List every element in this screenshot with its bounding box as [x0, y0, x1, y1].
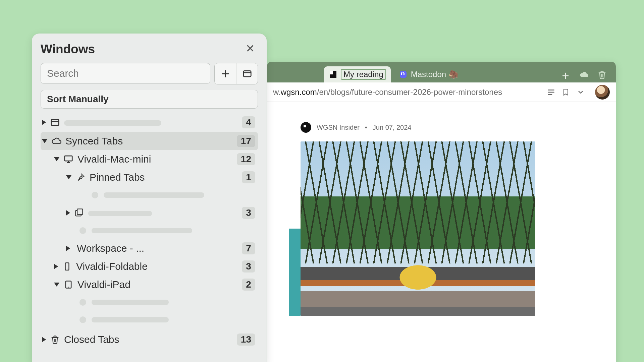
count-badge: 12	[237, 153, 255, 165]
tree-row-pinned-tabs[interactable]: Pinned Tabs 1	[41, 168, 258, 186]
tree-label: Vivaldi-iPad	[77, 279, 238, 290]
count-badge: 4	[242, 116, 255, 128]
byline-date: Jun 07, 2024	[373, 124, 412, 131]
url-domain: wgsn.com	[281, 87, 317, 97]
tree-row-tab[interactable]	[41, 311, 258, 328]
pin-icon	[75, 172, 86, 183]
chevron-down-icon[interactable]	[42, 139, 47, 143]
chevron-down-icon[interactable]	[54, 157, 59, 161]
window-icon	[49, 117, 61, 128]
tablet-icon	[63, 279, 74, 290]
chevron-right-icon[interactable]	[42, 337, 46, 342]
svg-rect-7	[51, 119, 59, 125]
search-input[interactable]	[41, 63, 210, 84]
svg-rect-9	[65, 156, 72, 161]
windows-tree: 4 Synced Tabs 17 Vivaldi-Mac-mini 12	[41, 113, 258, 349]
address-bar: w.wgsn.com/en/blogs/future-consumer-2026…	[267, 82, 616, 102]
chevron-down-icon[interactable]	[66, 175, 71, 179]
tab-title-placeholder	[104, 192, 204, 198]
svg-point-15	[68, 287, 69, 287]
new-window-button[interactable]	[236, 63, 258, 84]
phone-icon	[61, 261, 73, 272]
cloud-icon	[51, 135, 62, 147]
trash-icon[interactable]	[596, 69, 608, 80]
svg-rect-1	[330, 71, 333, 74]
count-badge: 13	[237, 334, 255, 346]
tree-label: Closed Tabs	[64, 334, 233, 345]
tree-row-tab-stack[interactable]: 3	[41, 204, 258, 222]
tab-label: Mastodon 🦣	[411, 70, 459, 79]
tree-label: Workspace - ...	[77, 243, 238, 254]
site-icon	[329, 70, 337, 79]
tab-title-placeholder	[92, 317, 169, 322]
favicon-placeholder	[92, 192, 98, 198]
byline-author: WGSN Insider	[317, 124, 360, 131]
tab-label: My reading	[341, 69, 386, 80]
page-content: WGSN Insider • Jun 07, 2024	[267, 102, 616, 362]
tree-row-tab[interactable]	[41, 186, 258, 204]
tree-label: Vivaldi-Foldable	[76, 261, 238, 272]
tree-row-closed-tabs[interactable]: Closed Tabs 13	[41, 330, 258, 349]
svg-rect-4	[304, 125, 306, 127]
accent-bar	[289, 229, 301, 316]
count-badge: 3	[242, 260, 255, 273]
plus-icon	[221, 69, 230, 78]
windows-panel: Windows Sort Manually 4	[32, 34, 267, 362]
count-badge: 7	[242, 242, 255, 254]
url-field[interactable]: w.wgsn.com/en/blogs/future-consumer-2026…	[273, 87, 541, 97]
favicon-placeholder	[79, 316, 86, 323]
close-button[interactable]	[243, 42, 258, 57]
window-icon	[242, 69, 252, 79]
url-prefix: w.	[273, 87, 281, 97]
browser-window: My reading Mastodon 🦣 w.wgsn.com/en/blog…	[267, 62, 616, 362]
tree-row-device-mac[interactable]: Vivaldi-Mac-mini 12	[41, 150, 258, 168]
hero-image-wrap	[301, 141, 582, 316]
tree-row-device-ipad[interactable]: Vivaldi-iPad 2	[41, 276, 258, 294]
tab-mastodon[interactable]: Mastodon 🦣	[394, 66, 463, 82]
tree-row-tab[interactable]	[41, 294, 258, 311]
url-path: /en/blogs/future-consumer-2026-power-min…	[317, 87, 502, 97]
publisher-icon	[301, 122, 311, 133]
tab-stack-icon	[73, 207, 85, 219]
tree-row-window[interactable]: 4	[41, 113, 258, 131]
tree-row-device-foldable[interactable]: Vivaldi-Foldable 3	[41, 257, 258, 276]
count-badge: 17	[237, 135, 255, 147]
tab-my-reading[interactable]: My reading	[324, 66, 391, 82]
tree-row-workspace[interactable]: Workspace - ... 7	[41, 239, 258, 257]
chevron-right-icon[interactable]	[66, 246, 70, 251]
sync-cloud-icon[interactable]	[578, 69, 590, 80]
chevron-right-icon[interactable]	[42, 120, 46, 125]
hero-image	[301, 141, 535, 316]
mastodon-icon	[399, 70, 408, 79]
sort-button[interactable]: Sort Manually	[41, 90, 258, 109]
favicon-placeholder	[79, 299, 86, 306]
favicon-placeholder	[79, 227, 86, 234]
panel-title: Windows	[41, 42, 95, 56]
svg-point-13	[67, 269, 67, 269]
tab-strip: My reading Mastodon 🦣	[267, 62, 616, 82]
tab-title-placeholder	[92, 228, 192, 233]
tree-row-tab[interactable]	[41, 222, 258, 239]
reader-view-icon[interactable]	[546, 87, 556, 97]
svg-rect-11	[77, 209, 83, 214]
tab-title-placeholder	[92, 300, 169, 305]
add-button[interactable]	[215, 63, 236, 84]
chevron-down-icon[interactable]	[576, 87, 586, 97]
chevron-right-icon[interactable]	[54, 264, 58, 269]
trash-icon	[49, 334, 61, 345]
chevron-right-icon[interactable]	[66, 210, 70, 216]
new-tab-button[interactable]	[559, 69, 572, 82]
tree-label: Pinned Tabs	[90, 172, 238, 183]
chevron-down-icon[interactable]	[54, 283, 59, 287]
article-byline: WGSN Insider • Jun 07, 2024	[301, 122, 582, 133]
close-icon	[246, 44, 255, 53]
desktop-icon	[63, 154, 74, 165]
count-badge: 2	[242, 279, 255, 291]
tree-label: Synced Tabs	[65, 135, 233, 147]
byline-sep: •	[365, 124, 367, 131]
count-badge: 3	[242, 207, 255, 219]
tree-row-synced-tabs[interactable]: Synced Tabs 17	[41, 132, 258, 150]
sort-label: Sort Manually	[47, 94, 109, 105]
profile-avatar[interactable]	[595, 85, 610, 100]
bookmark-icon[interactable]	[561, 87, 571, 97]
